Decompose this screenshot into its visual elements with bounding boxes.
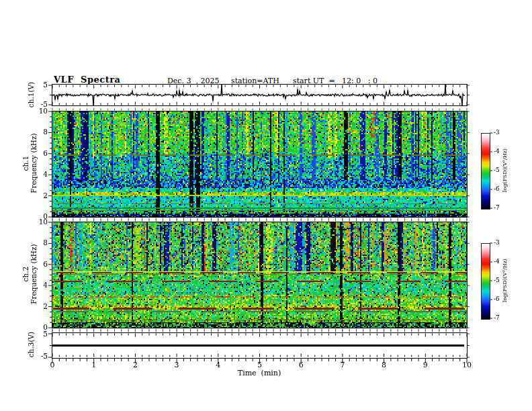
- ch2-freq-tick-label: 6: [33, 261, 48, 268]
- time-tick-label: 0: [44, 361, 60, 369]
- ch2-freq-tick-label: 10: [33, 218, 48, 226]
- ch2-freq-tick-label: 4: [33, 281, 48, 289]
- colorbar-tick-label: -4: [494, 148, 508, 154]
- figure-title: VLF Spectra: [54, 75, 120, 84]
- colorbar-tick-label: -7: [494, 315, 508, 321]
- ch1-freq-tick-label: 6: [33, 150, 48, 157]
- colorbar-tick-label: -3: [494, 240, 508, 246]
- time-tick-label: 9: [417, 361, 433, 369]
- ch1-spectrogram-panel: [52, 111, 468, 218]
- colorbar-ch2: [481, 243, 490, 320]
- colorbar-tick-label: -3: [494, 130, 508, 136]
- colorbar-tick-label: -4: [494, 259, 508, 265]
- time-tick-label: 10: [459, 361, 475, 369]
- time-tick-label: 7: [335, 361, 351, 369]
- ch3-volt-tick-label: -5: [33, 353, 48, 360]
- ch1-spec-ylabel-line1: ch.1: [21, 133, 30, 193]
- colorbar-tick-label: -5: [494, 277, 508, 283]
- ch2-freq-tick-label: 2: [33, 303, 48, 310]
- ch1-spectrogram-canvas: [52, 111, 467, 217]
- time-tick-label: 5: [252, 361, 268, 369]
- ch1-freq-tick-label: 2: [33, 192, 48, 199]
- ch2-spec-ylabel-line1: ch.2: [21, 244, 30, 304]
- time-tick-label: 3: [169, 361, 185, 369]
- ch3-waveform-canvas: [52, 333, 467, 358]
- time-tick-label: 2: [127, 361, 143, 369]
- ch1-volt-tick-label: -5: [33, 101, 48, 108]
- ch2-spectrogram-panel: [52, 222, 468, 328]
- colorbar-tick-label: -6: [494, 186, 508, 192]
- time-tick-label: 8: [376, 361, 392, 369]
- ch1-freq-tick-label: 10: [33, 107, 48, 115]
- colorbar-tick-label: -7: [494, 205, 508, 211]
- ch2-spectrogram-canvas: [52, 222, 467, 328]
- time-axis-label: Time (min): [219, 369, 300, 377]
- ch1-volt-tick-label: 5: [33, 81, 48, 89]
- vlf-spectra-figure: VLF Spectra Dec. 3 , 2025 station=ATH st…: [0, 0, 532, 411]
- ch1-freq-tick-label: 8: [33, 128, 48, 136]
- ch1-waveform-panel: [52, 84, 468, 106]
- ch2-freq-tick-label: 8: [33, 239, 48, 246]
- ch1-freq-tick-label: 4: [33, 171, 48, 178]
- ch1-spec-ylabel-line2: Frequency (kHz): [30, 133, 38, 193]
- ch2-spec-ylabel-line2: Frequency (kHz): [30, 244, 38, 304]
- ch3-volt-tick-label: 5: [33, 330, 48, 338]
- ch1-waveform-canvas: [52, 85, 467, 105]
- time-tick-label: 1: [86, 361, 102, 369]
- colorbar-tick-label: -5: [494, 167, 508, 173]
- time-tick-label: 6: [293, 361, 309, 369]
- time-tick-label: 4: [210, 361, 226, 369]
- colorbar-tick-label: -6: [494, 296, 508, 302]
- colorbar-ch1: [481, 133, 490, 210]
- ch3-waveform-panel: [52, 332, 468, 359]
